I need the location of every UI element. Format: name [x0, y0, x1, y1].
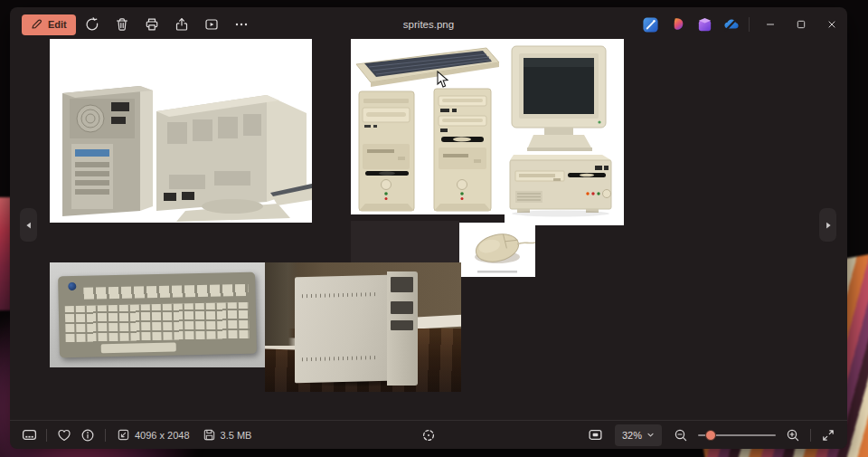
close-button[interactable]	[816, 11, 847, 38]
next-image-button[interactable]	[819, 208, 836, 242]
filesize-value: 3.5 MB	[221, 430, 252, 441]
statusbar-separator	[105, 429, 106, 442]
file-size: 3.5 MB	[203, 428, 252, 442]
filmstrip-toggle-button[interactable]	[17, 424, 41, 447]
keyboard-function-row	[83, 283, 248, 299]
zoom-slider[interactable]	[698, 424, 776, 447]
keyboard-case	[58, 271, 257, 357]
keyboard-logo-badge	[68, 282, 76, 290]
print-button[interactable]	[139, 12, 165, 38]
photo-vintage-keyboard	[50, 262, 267, 367]
edit-pencil-icon	[31, 18, 42, 32]
favorite-heart-icon	[57, 428, 71, 443]
keyboard-spacebar	[100, 342, 175, 353]
fit-screen-icon	[588, 427, 603, 443]
collage-dark-rect	[351, 221, 459, 264]
print-icon	[145, 17, 159, 32]
maximize-icon	[795, 18, 807, 31]
sprite-mouse	[459, 223, 535, 277]
next-arrow-icon	[823, 220, 834, 231]
onedrive-slash-icon	[722, 15, 741, 33]
statusbar-right: 32%	[584, 424, 840, 447]
desktop: sprites.png Edit	[0, 0, 868, 457]
share-button[interactable]	[169, 12, 195, 38]
tower-front-bezel	[387, 271, 418, 386]
slideshow-button[interactable]	[199, 12, 225, 38]
floppy-disk-icon	[203, 428, 216, 442]
paint-edit-icon	[642, 16, 659, 33]
clipchamp-button[interactable]	[691, 11, 718, 38]
zoom-in-button[interactable]	[781, 424, 805, 447]
rotate-icon	[85, 17, 99, 32]
tower-vent-row-top	[302, 292, 378, 298]
designer-icon	[669, 16, 686, 33]
minimize-icon	[764, 18, 777, 31]
toolbar-left: Edit	[10, 12, 255, 38]
tower-bay-2	[391, 301, 413, 314]
previous-image-button[interactable]	[20, 208, 37, 242]
filmstrip-icon	[22, 427, 37, 443]
zoom-in-icon	[786, 428, 800, 443]
center-focus-icon	[421, 428, 436, 443]
maximize-button[interactable]	[786, 11, 816, 38]
designer-button[interactable]	[664, 11, 691, 38]
minimize-button[interactable]	[755, 11, 786, 38]
onedrive-button[interactable]	[718, 11, 745, 38]
sprite-render-rear-view	[50, 39, 312, 223]
zoom-out-icon	[674, 428, 688, 443]
photo-tower-case	[295, 271, 419, 386]
tower-bay-1	[391, 277, 413, 291]
image-dimensions: 4096 x 2048	[117, 428, 190, 442]
info-icon	[80, 428, 95, 443]
clipchamp-icon	[696, 16, 713, 33]
paint-edit-button[interactable]	[637, 11, 664, 38]
tower-bay-3	[391, 320, 413, 330]
statusbar-center	[417, 424, 440, 447]
previous-arrow-icon	[24, 220, 34, 231]
fullscreen-icon	[821, 428, 835, 443]
image-size-icon	[117, 428, 130, 442]
file-info-button[interactable]	[76, 424, 99, 447]
titlebar-right	[637, 7, 847, 42]
slideshow-icon	[204, 17, 219, 32]
titlebar: sprites.png Edit	[10, 7, 847, 42]
fullscreen-button[interactable]	[816, 424, 840, 447]
edit-button[interactable]: Edit	[22, 14, 76, 35]
statusbar-left: 4096 x 2048 3.5 MB	[17, 424, 251, 447]
rotate-button[interactable]	[80, 12, 106, 38]
close-icon	[826, 18, 838, 31]
statusbar: 4096 x 2048 3.5 MB	[10, 420, 847, 449]
dimensions-value: 4096 x 2048	[135, 430, 190, 441]
chevron-down-icon	[646, 431, 655, 439]
more-icon	[234, 17, 249, 32]
share-icon	[175, 17, 189, 32]
zoom-level-dropdown[interactable]: 32%	[615, 424, 662, 446]
keyboard-key-grid	[64, 302, 249, 342]
tower-side-panel	[295, 275, 390, 384]
fit-to-window-button[interactable]	[584, 424, 608, 447]
delete-button[interactable]	[109, 12, 136, 38]
center-image-button[interactable]	[417, 424, 440, 447]
zoom-slider-thumb[interactable]	[705, 430, 716, 441]
delete-icon	[115, 17, 129, 32]
statusbar-separator	[46, 429, 47, 442]
photo-drape	[265, 262, 298, 346]
zoom-level-value: 32%	[622, 430, 642, 441]
edit-button-label: Edit	[48, 19, 67, 30]
favorite-button[interactable]	[52, 424, 76, 447]
photo-tower-on-floor	[265, 262, 461, 392]
statusbar-separator	[810, 429, 811, 442]
zoom-out-button[interactable]	[669, 424, 693, 447]
more-options-button[interactable]	[229, 12, 255, 38]
sprite-crt-and-desktop	[505, 39, 624, 225]
titlebar-divider	[749, 17, 750, 32]
tower-vent-row-bottom	[302, 356, 378, 361]
image-canvas[interactable]	[10, 42, 847, 420]
sprite-keyboard-and-towers	[351, 39, 505, 214]
photos-app-window: sprites.png Edit	[10, 7, 847, 449]
